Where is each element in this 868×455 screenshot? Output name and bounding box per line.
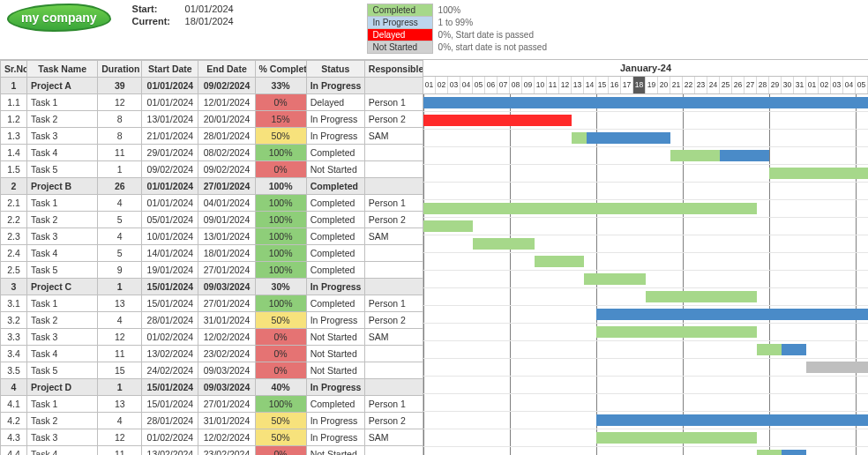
cell-dur: 1 xyxy=(98,161,142,178)
task-row[interactable]: 2.3 Task 3 4 10/01/2024 13/01/2024 100% … xyxy=(1,228,423,245)
cell-sd: 15/01/2024 xyxy=(142,396,198,413)
cell-sr: 1.2 xyxy=(1,111,27,128)
day-cell: 27 xyxy=(745,77,757,93)
cell-name: Task 3 xyxy=(27,329,98,346)
cell-dur: 12 xyxy=(98,429,142,446)
cell-dur: 8 xyxy=(98,128,142,145)
cell-sd: 19/01/2024 xyxy=(142,262,198,279)
cell-stat: In Progress xyxy=(306,128,364,145)
cell-ed: 23/02/2024 xyxy=(198,446,255,456)
task-row[interactable]: 2.1 Task 1 4 01/01/2024 04/01/2024 100% … xyxy=(1,195,423,212)
day-cell: 01 xyxy=(806,77,819,93)
gantt-bar[interactable] xyxy=(670,150,720,161)
top-header: my company Start: 01/01/2024 Current: 18… xyxy=(0,0,868,56)
cell-sr: 3.5 xyxy=(1,362,27,379)
cell-dur: 13 xyxy=(98,396,142,413)
cell-dur: 11 xyxy=(98,346,142,362)
gantt-bar[interactable] xyxy=(423,203,757,214)
task-row[interactable]: 3.3 Task 3 12 01/02/2024 12/02/2024 0% N… xyxy=(1,329,423,346)
col-stat: Status xyxy=(306,61,364,78)
task-row[interactable]: 1.1 Task 1 12 01/01/2024 12/01/2024 0% D… xyxy=(1,94,423,111)
gantt-row xyxy=(423,147,868,165)
task-row[interactable]: 4.4 Task 4 11 13/02/2024 23/02/2024 0% N… xyxy=(1,446,423,456)
gantt-bar[interactable] xyxy=(806,362,868,373)
gantt-bar[interactable] xyxy=(596,432,757,444)
project-row[interactable]: 1 Project A 39 01/01/2024 09/02/2024 33%… xyxy=(1,78,423,94)
gantt-row xyxy=(423,165,868,183)
gantt-bar[interactable] xyxy=(535,256,584,267)
day-cell: 30 xyxy=(782,77,794,93)
gantt-bar[interactable] xyxy=(782,344,806,355)
cell-name: Task 2 xyxy=(27,413,98,429)
task-row[interactable]: 4.1 Task 1 13 15/01/2024 27/01/2024 100%… xyxy=(1,396,423,413)
gantt-bar[interactable] xyxy=(423,97,868,108)
cell-stat: Not Started xyxy=(306,329,364,346)
task-row[interactable]: 2.5 Task 5 9 19/01/2024 27/01/2024 100% … xyxy=(1,262,423,279)
cell-resp xyxy=(364,78,423,94)
cell-sd: 15/01/2024 xyxy=(142,279,198,295)
company-logo: my company xyxy=(7,4,111,32)
cell-name: Task 1 xyxy=(27,396,98,413)
cell-resp xyxy=(364,145,423,161)
cell-dur: 4 xyxy=(98,228,142,245)
gantt-bar[interactable] xyxy=(720,150,769,161)
cell-dur: 5 xyxy=(98,245,142,262)
task-row[interactable]: 1.3 Task 3 8 21/01/2024 28/01/2024 50% I… xyxy=(1,128,423,145)
gantt-bar[interactable] xyxy=(423,115,572,126)
gantt-bar[interactable] xyxy=(587,132,670,144)
task-row[interactable]: 3.1 Task 1 13 15/01/2024 27/01/2024 100%… xyxy=(1,295,423,312)
cell-stat: Completed xyxy=(306,178,364,195)
cell-dur: 9 xyxy=(98,262,142,279)
day-cell: 18 xyxy=(633,77,646,93)
cell-sd: 28/01/2024 xyxy=(142,312,198,329)
gantt-bar[interactable] xyxy=(596,326,757,338)
cell-dur: 5 xyxy=(98,212,142,228)
cell-pct: 100% xyxy=(255,178,306,195)
cell-resp xyxy=(364,446,423,456)
task-row[interactable]: 1.5 Task 5 1 09/02/2024 09/02/2024 0% No… xyxy=(1,161,423,178)
cell-name: Task 4 xyxy=(27,446,98,456)
cell-sd: 05/01/2024 xyxy=(142,212,198,228)
gantt-bar[interactable] xyxy=(423,220,473,232)
cell-sr: 4.3 xyxy=(1,429,27,446)
task-row[interactable]: 3.4 Task 4 11 13/02/2024 23/02/2024 0% N… xyxy=(1,346,423,362)
project-row[interactable]: 4 Project D 1 15/01/2024 09/03/2024 40% … xyxy=(1,379,423,396)
task-row[interactable]: 3.2 Task 2 4 28/01/2024 31/01/2024 50% I… xyxy=(1,312,423,329)
cell-ed: 31/01/2024 xyxy=(198,312,255,329)
gantt-bar[interactable] xyxy=(572,132,587,144)
task-row[interactable]: 4.3 Task 3 12 01/02/2024 12/02/2024 50% … xyxy=(1,429,423,446)
task-row[interactable]: 1.2 Task 2 8 13/01/2024 20/01/2024 15% I… xyxy=(1,111,423,128)
gantt-bar[interactable] xyxy=(646,291,757,302)
cell-ed: 20/01/2024 xyxy=(198,111,255,128)
cell-ed: 27/01/2024 xyxy=(198,295,255,312)
gantt-bar[interactable] xyxy=(757,344,782,355)
gantt-bar[interactable] xyxy=(596,309,868,320)
cell-sd: 01/01/2024 xyxy=(142,178,198,195)
gantt-bar[interactable] xyxy=(769,168,868,179)
project-row[interactable]: 3 Project C 1 15/01/2024 09/03/2024 30% … xyxy=(1,279,423,295)
task-row[interactable]: 3.5 Task 5 15 24/02/2024 09/03/2024 0% N… xyxy=(1,362,423,379)
cell-stat: Not Started xyxy=(306,362,364,379)
gantt-bar[interactable] xyxy=(584,273,646,285)
gantt-bar[interactable] xyxy=(596,414,868,426)
gantt-row xyxy=(423,94,868,112)
project-row[interactable]: 2 Project B 26 01/01/2024 27/01/2024 100… xyxy=(1,178,423,195)
gantt-row xyxy=(423,130,868,147)
gantt-bar[interactable] xyxy=(782,450,806,455)
task-row[interactable]: 1.4 Task 4 11 29/01/2024 08/02/2024 100%… xyxy=(1,145,423,161)
cell-resp xyxy=(364,346,423,362)
day-cell: 22 xyxy=(683,77,695,93)
cell-sr: 2.2 xyxy=(1,212,27,228)
legend-desc: 0%, Start date is passed xyxy=(432,29,552,41)
task-row[interactable]: 2.2 Task 2 5 05/01/2024 09/01/2024 100% … xyxy=(1,212,423,228)
start-label: Start: xyxy=(132,4,185,14)
gantt-bar[interactable] xyxy=(757,450,782,455)
cell-ed: 23/02/2024 xyxy=(198,346,255,362)
cell-resp: Person 2 xyxy=(364,413,423,429)
task-row[interactable]: 4.2 Task 2 4 28/01/2024 31/01/2024 50% I… xyxy=(1,413,423,429)
task-row[interactable]: 2.4 Task 4 5 14/01/2024 18/01/2024 100% … xyxy=(1,245,423,262)
cell-ed: 12/01/2024 xyxy=(198,94,255,111)
cell-dur: 1 xyxy=(98,379,142,396)
gantt-bar[interactable] xyxy=(473,238,535,250)
cell-pct: 100% xyxy=(255,228,306,245)
